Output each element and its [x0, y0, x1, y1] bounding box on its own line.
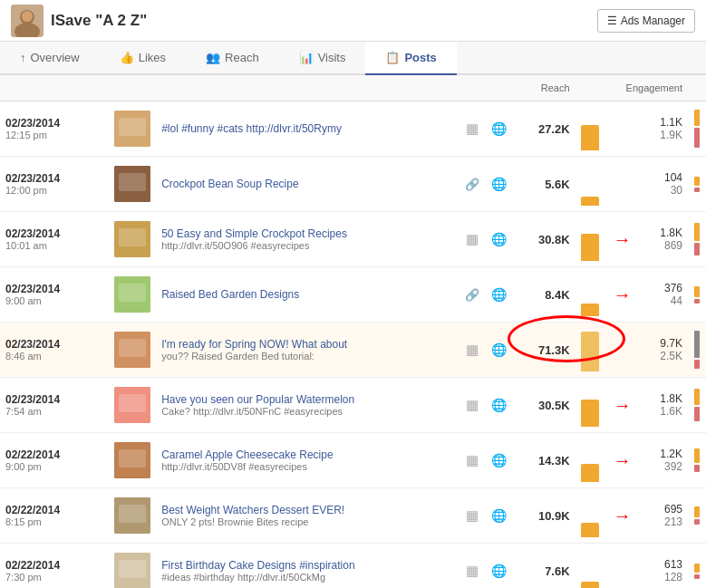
- posts-table-container: Reach Engagement 02/23/2014 12:15 pm #lo…: [0, 75, 706, 588]
- post-time: 8:15 pm: [5, 516, 103, 527]
- col-type: [459, 75, 486, 101]
- table-row: 02/23/2014 9:00 am Raised Bed Garden Des…: [0, 267, 706, 323]
- post-thumbnail: [114, 166, 150, 202]
- tab-reach-label: Reach: [225, 51, 259, 64]
- tab-overview[interactable]: ↑ Overview: [0, 42, 100, 75]
- tab-likes[interactable]: 👍 Likes: [100, 42, 186, 75]
- post-visibility-cell: 🌐: [486, 433, 512, 488]
- post-thumbnail: [114, 276, 150, 313]
- post-title-cell: Raised Bed Garden Designs: [156, 267, 458, 323]
- mini-bar-1: [694, 177, 700, 186]
- post-title-cell: Have you seen our Popular Watermelon Cak…: [156, 378, 458, 433]
- mini-bar-1: [694, 110, 700, 126]
- post-visibility-cell: 🌐: [486, 378, 512, 433]
- engagement-value1: 1.2K: [626, 448, 682, 460]
- ads-manager-button[interactable]: ☰ Ads Manager: [597, 9, 695, 33]
- avatar-image: [11, 5, 44, 37]
- reach-value: 30.5K: [538, 399, 570, 412]
- post-mini-bar-cell: [688, 378, 706, 433]
- post-bar-cell: [575, 101, 621, 157]
- post-title-cell: 50 Easy and Simple Crockpot Recipes http…: [156, 212, 458, 267]
- post-mini-bar-cell: [688, 267, 706, 323]
- post-title-link[interactable]: Raised Bed Garden Designs: [161, 288, 452, 301]
- post-thumbnail-cell: [109, 267, 156, 323]
- table-row: 02/23/2014 12:00 pm Crockpot Bean Soup R…: [0, 157, 706, 212]
- post-subtitle: Cake? http://dlvr.it/50NFnC #easyrecipes: [161, 406, 452, 417]
- post-time: 8:46 am: [5, 351, 103, 361]
- post-bar-cell: [575, 544, 621, 589]
- table-row: 02/22/2014 9:00 pm Caramel Apple Cheesec…: [0, 433, 706, 488]
- post-reach-cell: 8.4K: [512, 267, 575, 323]
- link-icon: 🔗: [465, 178, 479, 191]
- post-title-link[interactable]: 50 Easy and Simple Crockpot Recipes: [161, 227, 452, 240]
- reach-value: 71.3K: [538, 343, 570, 357]
- post-title-link[interactable]: Have you seen our Popular Watermelon: [161, 393, 452, 406]
- reach-bar: [581, 582, 599, 588]
- post-mini-bar-cell: [688, 433, 706, 488]
- post-date: 02/22/2014: [5, 559, 103, 572]
- tab-visits[interactable]: 📊 Visits: [279, 42, 366, 75]
- globe-icon: 🌐: [491, 177, 507, 191]
- post-title-link[interactable]: First Birthday Cake Designs #inspiration: [161, 559, 452, 572]
- mini-bar-2: [694, 243, 700, 255]
- svg-rect-21: [119, 560, 146, 578]
- post-subtitle: http://dlvr.it/50DV8f #easyrecipes: [161, 461, 452, 472]
- engagement-value1: 9.7K: [626, 337, 682, 350]
- posts-table: Reach Engagement 02/23/2014 12:15 pm #lo…: [0, 75, 706, 588]
- post-type-cell: ▦: [459, 212, 486, 267]
- post-type-cell: ▦: [459, 544, 486, 589]
- post-title-link[interactable]: Caramel Apple Cheesecake Recipe: [161, 448, 452, 461]
- engagement-value1: 1.1K: [626, 116, 682, 129]
- post-date-cell: 02/23/2014 12:00 pm: [0, 157, 109, 212]
- post-time: 12:00 pm: [5, 185, 103, 196]
- post-date-cell: 02/23/2014 9:00 am: [0, 267, 109, 323]
- post-date-cell: 02/22/2014 9:00 pm: [0, 433, 109, 488]
- mini-bar-1: [694, 223, 700, 241]
- reach-bar: [581, 125, 599, 150]
- posts-tbody: 02/23/2014 12:15 pm #lol #funny #cats ht…: [0, 101, 706, 589]
- post-bar-cell: →: [575, 212, 621, 267]
- engagement-value2: 2.5K: [626, 350, 682, 362]
- post-type-cell: ▦: [459, 433, 486, 488]
- engagement-value1: 1.8K: [626, 392, 682, 405]
- photo-icon: ▦: [466, 563, 479, 578]
- post-date: 02/23/2014: [5, 283, 103, 295]
- tab-reach[interactable]: 👥 Reach: [186, 42, 279, 75]
- post-subtitle: #ideas #birthday http://dlvr.it/50CkMg: [161, 572, 452, 583]
- post-date-cell: 02/23/2014 10:01 am: [0, 212, 109, 267]
- post-thumbnail-cell: [109, 433, 156, 488]
- reach-bar: [581, 234, 599, 261]
- page-avatar: [11, 5, 44, 37]
- post-mini-bar-cell: [688, 544, 706, 589]
- post-title-link[interactable]: Best Weight Watchers Dessert EVER!: [161, 504, 452, 516]
- engagement-value2: 128: [626, 571, 682, 583]
- reach-value: 7.6K: [545, 564, 569, 578]
- engagement-value2: 30: [626, 184, 682, 197]
- post-title-link[interactable]: I'm ready for Spring NOW! What about: [161, 338, 452, 351]
- post-reach-cell: 14.3K: [512, 433, 575, 488]
- globe-icon: 🌐: [491, 564, 507, 578]
- post-thumbnail-cell: [109, 378, 156, 433]
- post-title-link[interactable]: Crockpot Bean Soup Recipe: [161, 178, 452, 190]
- post-thumbnail: [114, 497, 150, 534]
- engagement-value1: 1.8K: [626, 227, 682, 239]
- red-arrow-icon: →: [614, 229, 632, 250]
- post-reach-cell: 10.9K: [512, 488, 575, 544]
- post-type-cell: ▦: [459, 378, 486, 433]
- mini-bar-2: [694, 519, 700, 525]
- post-bar-cell: →: [575, 267, 621, 323]
- post-bar-cell: [575, 323, 621, 378]
- mini-bar-2: [694, 407, 700, 421]
- photo-icon: ▦: [466, 120, 479, 136]
- reach-bar: [581, 304, 599, 316]
- table-row: 02/23/2014 7:54 am Have you seen our Pop…: [0, 378, 706, 433]
- post-reach-cell: 5.6K: [512, 157, 575, 212]
- svg-rect-7: [119, 173, 146, 191]
- post-thumbnail-cell: [109, 544, 156, 589]
- col-bar: [575, 75, 621, 101]
- globe-icon: 🌐: [491, 232, 507, 246]
- tab-posts[interactable]: 📋 Posts: [365, 42, 456, 75]
- mini-bar-2: [694, 574, 700, 579]
- mini-bar-1: [694, 331, 700, 358]
- post-title-link[interactable]: #lol #funny #cats http://dlvr.it/50Rymy: [161, 122, 452, 135]
